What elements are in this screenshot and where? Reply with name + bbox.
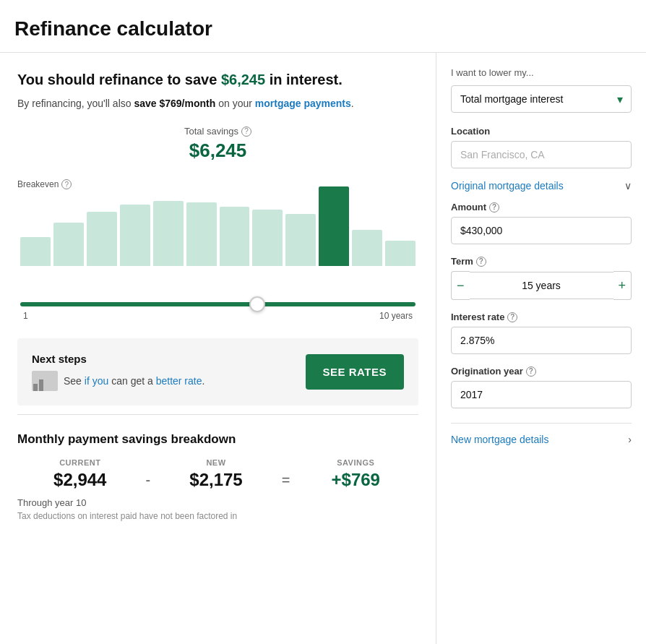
bar-3 bbox=[120, 205, 150, 266]
tax-note: Tax deductions on interest paid have not… bbox=[17, 511, 418, 521]
page-container: Refinance calculator You should refinanc… bbox=[0, 0, 646, 644]
location-label: Location bbox=[451, 126, 632, 137]
current-value: $2,944 bbox=[17, 470, 143, 490]
headline: You should refinance to save $6,245 in i… bbox=[17, 70, 418, 89]
location-input[interactable] bbox=[451, 141, 632, 168]
term-row: − + bbox=[451, 271, 632, 300]
bar-4 bbox=[153, 201, 184, 266]
origination-input[interactable] bbox=[451, 381, 632, 408]
bar-11 bbox=[385, 241, 415, 266]
bar-1 bbox=[53, 223, 84, 266]
slider-labels: 1 10 years bbox=[20, 311, 415, 321]
page-title: Refinance calculator bbox=[0, 0, 646, 53]
breakdown-section: Monthly payment savings breakdown CURREN… bbox=[17, 432, 418, 521]
interest-input[interactable] bbox=[451, 327, 632, 354]
left-panel: You should refinance to save $6,245 in i… bbox=[0, 53, 436, 644]
bar-9 bbox=[319, 186, 349, 266]
term-help-icon[interactable]: ? bbox=[476, 257, 486, 267]
current-label: CURRENT bbox=[17, 458, 143, 467]
want-label: I want to lower my... bbox=[451, 67, 632, 78]
total-savings-label: Total savings ? bbox=[17, 126, 418, 137]
slider-max: 10 years bbox=[379, 311, 413, 321]
new-label: NEW bbox=[153, 458, 279, 467]
breakdown-new: NEW $2,175 bbox=[153, 458, 279, 490]
slider-thumb[interactable] bbox=[249, 296, 265, 312]
new-mortgage-chevron-icon: › bbox=[628, 434, 632, 445]
origination-label: Origination year ? bbox=[451, 366, 632, 377]
next-steps-section: Next steps See if you can get a better r… bbox=[17, 338, 418, 405]
chart-area: Breakeven ? bbox=[17, 179, 418, 295]
headline-prefix: You should refinance to save bbox=[17, 72, 221, 87]
interest-label: Interest rate ? bbox=[451, 312, 632, 322]
bar-5 bbox=[186, 202, 217, 266]
amount-help-icon[interactable]: ? bbox=[489, 202, 499, 212]
original-mortgage-chevron-icon: ∨ bbox=[624, 180, 632, 192]
bar-10 bbox=[352, 230, 382, 266]
breakeven-label: Breakeven ? bbox=[17, 179, 72, 189]
right-panel: I want to lower my... Total mortgage int… bbox=[436, 53, 646, 644]
slider-track bbox=[20, 302, 415, 306]
breakdown-savings: SAVINGS +$769 bbox=[293, 458, 418, 490]
original-mortgage-header[interactable]: Original mortgage details ∨ bbox=[451, 180, 632, 192]
breakeven-help-icon[interactable]: ? bbox=[61, 179, 72, 189]
slider-min: 1 bbox=[23, 311, 28, 321]
divider-1 bbox=[17, 414, 418, 415]
term-plus-button[interactable]: + bbox=[613, 271, 632, 300]
slider-container: 1 10 years bbox=[17, 295, 418, 324]
interest-help-icon[interactable]: ? bbox=[507, 312, 517, 322]
headline-suffix: in interest. bbox=[265, 72, 343, 87]
original-mortgage-label: Original mortgage details bbox=[451, 180, 564, 192]
want-dropdown[interactable]: Total mortgage interest Monthly payment bbox=[451, 85, 632, 113]
origination-help-icon[interactable]: ? bbox=[526, 366, 536, 377]
bar-6 bbox=[220, 207, 250, 266]
new-value: $2,175 bbox=[153, 470, 279, 490]
total-savings-help-icon[interactable]: ? bbox=[241, 126, 251, 137]
see-rates-button[interactable]: SEE RATES bbox=[306, 354, 404, 390]
breakdown-current: CURRENT $2,944 bbox=[17, 458, 143, 490]
bar-7 bbox=[252, 210, 283, 266]
next-steps-left: Next steps See if you can get a better r… bbox=[32, 353, 306, 391]
new-mortgage-row[interactable]: New mortgage details › bbox=[451, 423, 632, 455]
breakdown-cols: CURRENT $2,944 - NEW $2,175 = SAVINGS +$… bbox=[17, 458, 418, 490]
term-input[interactable] bbox=[470, 272, 613, 299]
minus-operator: - bbox=[143, 460, 154, 489]
bar-0 bbox=[20, 237, 51, 266]
bar-2 bbox=[87, 212, 117, 266]
next-steps-title: Next steps bbox=[32, 353, 306, 365]
total-savings-value: $6,245 bbox=[17, 139, 418, 162]
term-label: Term ? bbox=[451, 256, 632, 267]
bars-row bbox=[17, 179, 418, 266]
savings-label: SAVINGS bbox=[293, 458, 418, 467]
chart-image-icon bbox=[32, 371, 58, 391]
want-dropdown-wrapper: Total mortgage interest Monthly payment … bbox=[451, 85, 632, 113]
new-mortgage-label: New mortgage details bbox=[451, 434, 548, 445]
equals-operator: = bbox=[279, 460, 293, 489]
bar-8 bbox=[285, 214, 316, 266]
savings-value: +$769 bbox=[293, 470, 418, 490]
amount-input[interactable] bbox=[451, 217, 632, 244]
headline-savings: $6,245 bbox=[221, 72, 265, 87]
term-minus-button[interactable]: − bbox=[451, 271, 470, 300]
main-layout: You should refinance to save $6,245 in i… bbox=[0, 53, 646, 644]
through-year: Through year 10 bbox=[17, 497, 418, 508]
next-steps-desc: See if you can get a better rate. bbox=[32, 371, 306, 391]
chart-container: Total savings ? $6,245 Breakeven ? bbox=[17, 126, 418, 324]
amount-label: Amount ? bbox=[451, 202, 632, 212]
sub-headline: By refinancing, you'll also save $769/mo… bbox=[17, 96, 418, 111]
breakdown-title: Monthly payment savings breakdown bbox=[17, 432, 418, 447]
